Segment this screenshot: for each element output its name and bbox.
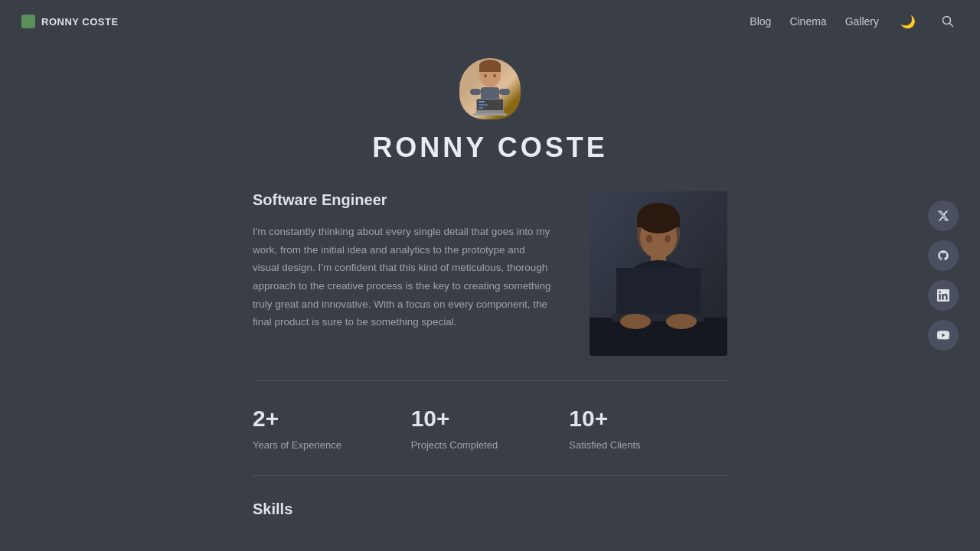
main-content: RONNY COSTE Software Engineer I'm consta…: [0, 43, 980, 518]
svg-rect-13: [479, 104, 488, 106]
svg-rect-4: [479, 66, 501, 72]
nav-links: Blog Cinema Gallery 🌙: [750, 11, 959, 32]
twitter-icon: [937, 210, 949, 222]
dark-mode-toggle[interactable]: 🌙: [897, 11, 919, 32]
svg-point-29: [620, 314, 651, 329]
youtube-icon: [937, 329, 949, 341]
svg-rect-15: [473, 113, 507, 116]
twitter-button[interactable]: [928, 201, 959, 231]
svg-point-30: [666, 314, 697, 329]
youtube-button[interactable]: [928, 320, 959, 350]
social-sidebar: [928, 201, 959, 350]
avatar-svg: [459, 58, 521, 119]
skills-section: Skills: [253, 500, 727, 518]
stats-section: 2+ Years of Experience 10+ Projects Comp…: [253, 406, 727, 451]
stat-projects-number: 10+: [411, 406, 570, 432]
nav-blog[interactable]: Blog: [750, 15, 771, 28]
nav-logo[interactable]: RONNY COSTE: [21, 15, 119, 28]
skills-title: Skills: [253, 500, 727, 518]
page-title: RONNY COSTE: [372, 132, 607, 164]
stat-projects: 10+ Projects Completed: [411, 406, 570, 451]
github-icon: [937, 249, 949, 262]
search-button[interactable]: [937, 11, 959, 32]
content-section: Software Engineer I'm constantly thinkin…: [253, 191, 727, 356]
stat-clients-label: Satisfied Clients: [569, 439, 727, 451]
svg-point-6: [493, 74, 496, 78]
svg-point-26: [665, 235, 671, 243]
svg-rect-14: [479, 107, 483, 109]
stat-clients-number: 10+: [569, 406, 727, 432]
stat-experience-number: 2+: [253, 406, 411, 432]
svg-point-5: [484, 74, 487, 78]
nav-gallery[interactable]: Gallery: [845, 15, 879, 28]
svg-rect-8: [470, 89, 481, 95]
nav-cinema[interactable]: Cinema: [789, 15, 826, 28]
avatar-container: [459, 58, 521, 119]
linkedin-button[interactable]: [928, 280, 959, 311]
svg-rect-12: [479, 101, 485, 103]
profile-photo: [590, 191, 727, 356]
svg-rect-27: [590, 318, 727, 356]
logo-icon: [21, 15, 35, 28]
bio-section: Software Engineer I'm constantly thinkin…: [253, 191, 559, 331]
divider-bottom: [253, 475, 727, 476]
github-button[interactable]: [928, 240, 959, 271]
svg-line-1: [950, 24, 953, 27]
bio-text: I'm constantly thinking about every sing…: [253, 223, 551, 331]
svg-point-25: [646, 235, 652, 243]
svg-rect-9: [499, 89, 510, 95]
logo-text: RONNY COSTE: [41, 16, 119, 28]
photo-placeholder: [590, 191, 727, 356]
bio-subtitle: Software Engineer: [253, 191, 559, 209]
stat-experience: 2+ Years of Experience: [253, 406, 411, 451]
svg-rect-21: [637, 218, 680, 227]
linkedin-icon: [937, 289, 949, 302]
divider-top: [253, 380, 727, 381]
stat-experience-label: Years of Experience: [253, 439, 411, 451]
photo-svg: [590, 191, 727, 356]
stat-clients: 10+ Satisfied Clients: [569, 406, 727, 451]
avatar: [459, 58, 521, 119]
navbar: RONNY COSTE Blog Cinema Gallery 🌙: [0, 0, 980, 43]
stat-projects-label: Projects Completed: [411, 439, 570, 451]
